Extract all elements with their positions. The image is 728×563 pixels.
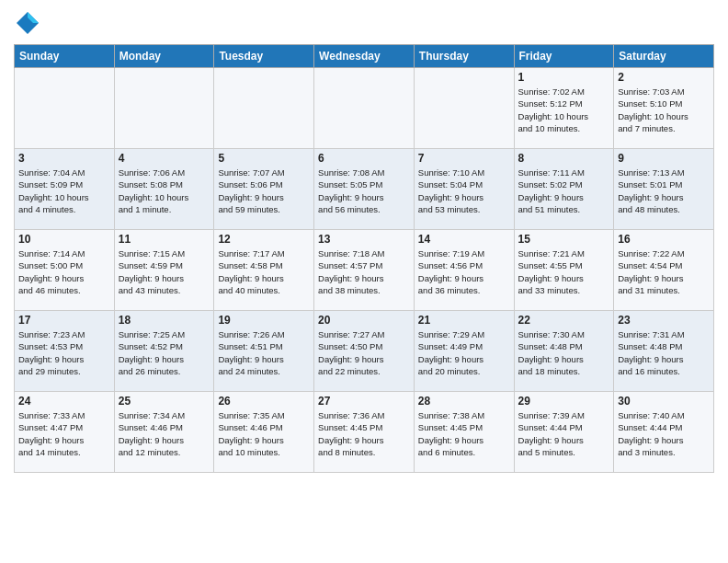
calendar-cell: 24Sunrise: 7:33 AM Sunset: 4:47 PM Dayli… [15,392,115,473]
day-number: 14 [418,233,510,246]
calendar-cell: 17Sunrise: 7:23 AM Sunset: 4:53 PM Dayli… [15,311,115,392]
calendar-cell: 23Sunrise: 7:31 AM Sunset: 4:48 PM Dayli… [614,311,714,392]
calendar-cell: 26Sunrise: 7:35 AM Sunset: 4:46 PM Dayli… [214,392,314,473]
calendar-cell: 20Sunrise: 7:27 AM Sunset: 4:50 PM Dayli… [314,311,415,392]
calendar-week-row: 24Sunrise: 7:33 AM Sunset: 4:47 PM Dayli… [15,392,714,473]
day-info: Sunrise: 7:18 AM Sunset: 4:57 PM Dayligh… [318,247,410,296]
day-number: 25 [119,395,210,408]
calendar-cell: 9Sunrise: 7:13 AM Sunset: 5:01 PM Daylig… [614,149,714,230]
day-info: Sunrise: 7:21 AM Sunset: 4:55 PM Dayligh… [518,247,610,296]
day-info: Sunrise: 7:11 AM Sunset: 5:02 PM Dayligh… [518,167,610,215]
calendar-body: 1Sunrise: 7:02 AM Sunset: 5:12 PM Daylig… [15,68,714,473]
day-number: 30 [618,395,710,408]
day-info: Sunrise: 7:04 AM Sunset: 5:09 PM Dayligh… [18,167,110,215]
calendar-cell [114,68,214,149]
calendar-week-row: 10Sunrise: 7:14 AM Sunset: 5:00 PM Dayli… [15,230,714,311]
calendar-cell [15,68,115,149]
day-number: 15 [518,233,610,246]
calendar-cell: 14Sunrise: 7:19 AM Sunset: 4:56 PM Dayli… [414,230,514,311]
calendar-cell: 13Sunrise: 7:18 AM Sunset: 4:57 PM Dayli… [314,230,415,311]
calendar-cell: 21Sunrise: 7:29 AM Sunset: 4:49 PM Dayli… [414,311,514,392]
day-number: 26 [218,395,310,408]
day-number: 1 [518,71,610,84]
calendar-cell: 30Sunrise: 7:40 AM Sunset: 4:44 PM Dayli… [614,392,714,473]
day-number: 8 [518,152,610,165]
day-number: 13 [318,233,410,246]
day-number: 3 [18,152,110,165]
calendar-cell: 19Sunrise: 7:26 AM Sunset: 4:51 PM Dayli… [214,311,314,392]
weekday-header-monday: Monday [114,45,214,68]
day-number: 9 [618,152,710,165]
calendar-table: SundayMondayTuesdayWednesdayThursdayFrid… [14,44,714,473]
day-info: Sunrise: 7:14 AM Sunset: 5:00 PM Dayligh… [18,247,110,296]
logo-icon [14,9,41,37]
weekday-header-friday: Friday [514,45,614,68]
day-info: Sunrise: 7:33 AM Sunset: 4:47 PM Dayligh… [18,409,110,458]
day-info: Sunrise: 7:23 AM Sunset: 4:53 PM Dayligh… [18,328,110,377]
calendar-cell: 3Sunrise: 7:04 AM Sunset: 5:09 PM Daylig… [15,149,115,230]
day-info: Sunrise: 7:06 AM Sunset: 5:08 PM Dayligh… [119,167,210,215]
logo [14,9,45,37]
day-info: Sunrise: 7:31 AM Sunset: 4:48 PM Dayligh… [618,328,710,377]
day-number: 4 [119,152,210,165]
calendar-cell: 1Sunrise: 7:02 AM Sunset: 5:12 PM Daylig… [514,68,614,149]
day-info: Sunrise: 7:15 AM Sunset: 4:59 PM Dayligh… [119,247,210,296]
day-number: 20 [318,314,410,327]
day-number: 24 [18,395,110,408]
day-info: Sunrise: 7:35 AM Sunset: 4:46 PM Dayligh… [218,409,310,458]
day-info: Sunrise: 7:27 AM Sunset: 4:50 PM Dayligh… [318,328,410,377]
day-info: Sunrise: 7:10 AM Sunset: 5:04 PM Dayligh… [418,167,510,215]
day-info: Sunrise: 7:40 AM Sunset: 4:44 PM Dayligh… [618,409,710,458]
day-number: 19 [218,314,310,327]
calendar-cell: 8Sunrise: 7:11 AM Sunset: 5:02 PM Daylig… [514,149,614,230]
day-number: 5 [218,152,310,165]
weekday-header-tuesday: Tuesday [214,45,314,68]
day-info: Sunrise: 7:38 AM Sunset: 4:45 PM Dayligh… [418,409,510,458]
weekday-header-row: SundayMondayTuesdayWednesdayThursdayFrid… [15,45,714,68]
day-info: Sunrise: 7:17 AM Sunset: 4:58 PM Dayligh… [218,247,310,296]
day-info: Sunrise: 7:19 AM Sunset: 4:56 PM Dayligh… [418,247,510,296]
calendar-cell: 2Sunrise: 7:03 AM Sunset: 5:10 PM Daylig… [614,68,714,149]
calendar-cell: 5Sunrise: 7:07 AM Sunset: 5:06 PM Daylig… [214,149,314,230]
day-info: Sunrise: 7:22 AM Sunset: 4:54 PM Dayligh… [618,247,710,296]
calendar-week-row: 3Sunrise: 7:04 AM Sunset: 5:09 PM Daylig… [15,149,714,230]
day-info: Sunrise: 7:39 AM Sunset: 4:44 PM Dayligh… [518,409,610,458]
day-number: 2 [618,71,710,84]
day-number: 29 [518,395,610,408]
day-info: Sunrise: 7:30 AM Sunset: 4:48 PM Dayligh… [518,328,610,377]
calendar-cell: 27Sunrise: 7:36 AM Sunset: 4:45 PM Dayli… [314,392,415,473]
weekday-header-saturday: Saturday [614,45,714,68]
calendar-week-row: 17Sunrise: 7:23 AM Sunset: 4:53 PM Dayli… [15,311,714,392]
calendar-cell: 12Sunrise: 7:17 AM Sunset: 4:58 PM Dayli… [214,230,314,311]
day-info: Sunrise: 7:25 AM Sunset: 4:52 PM Dayligh… [119,328,210,377]
day-info: Sunrise: 7:13 AM Sunset: 5:01 PM Dayligh… [618,167,710,215]
day-number: 12 [218,233,310,246]
calendar-cell: 4Sunrise: 7:06 AM Sunset: 5:08 PM Daylig… [114,149,214,230]
day-info: Sunrise: 7:34 AM Sunset: 4:46 PM Dayligh… [119,409,210,458]
calendar-header: SundayMondayTuesdayWednesdayThursdayFrid… [15,45,714,68]
day-number: 11 [119,233,210,246]
day-number: 18 [119,314,210,327]
day-number: 7 [418,152,510,165]
calendar-cell: 15Sunrise: 7:21 AM Sunset: 4:55 PM Dayli… [514,230,614,311]
header [14,9,714,37]
calendar-cell: 25Sunrise: 7:34 AM Sunset: 4:46 PM Dayli… [114,392,214,473]
day-info: Sunrise: 7:02 AM Sunset: 5:12 PM Dayligh… [518,86,610,134]
calendar-cell: 18Sunrise: 7:25 AM Sunset: 4:52 PM Dayli… [114,311,214,392]
day-number: 21 [418,314,510,327]
day-number: 28 [418,395,510,408]
day-number: 27 [318,395,410,408]
day-info: Sunrise: 7:26 AM Sunset: 4:51 PM Dayligh… [218,328,310,377]
calendar-cell: 16Sunrise: 7:22 AM Sunset: 4:54 PM Dayli… [614,230,714,311]
calendar-cell [414,68,514,149]
day-number: 16 [618,233,710,246]
day-info: Sunrise: 7:03 AM Sunset: 5:10 PM Dayligh… [618,86,710,134]
calendar-week-row: 1Sunrise: 7:02 AM Sunset: 5:12 PM Daylig… [15,68,714,149]
calendar-cell: 10Sunrise: 7:14 AM Sunset: 5:00 PM Dayli… [15,230,115,311]
calendar-cell: 6Sunrise: 7:08 AM Sunset: 5:05 PM Daylig… [314,149,415,230]
calendar-cell: 7Sunrise: 7:10 AM Sunset: 5:04 PM Daylig… [414,149,514,230]
weekday-header-thursday: Thursday [414,45,514,68]
day-info: Sunrise: 7:07 AM Sunset: 5:06 PM Dayligh… [218,167,310,215]
calendar-cell: 29Sunrise: 7:39 AM Sunset: 4:44 PM Dayli… [514,392,614,473]
calendar-cell: 22Sunrise: 7:30 AM Sunset: 4:48 PM Dayli… [514,311,614,392]
